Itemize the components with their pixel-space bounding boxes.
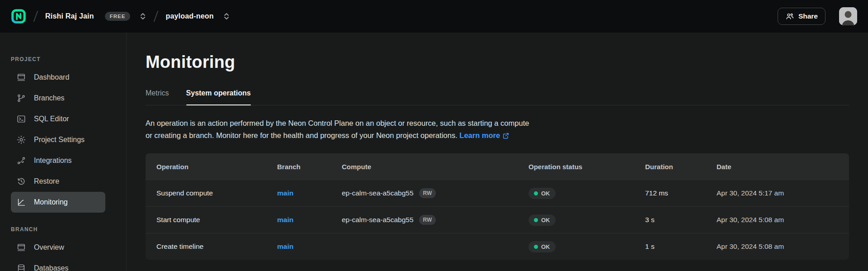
table-row: Create timeline main OK 1 s Apr 30, 2024… [146, 233, 849, 260]
sidebar-item-label: Dashboard [34, 73, 69, 81]
share-button-label: Share [798, 12, 818, 20]
external-link-icon [502, 132, 509, 139]
sidebar-item-sql-editor[interactable]: SQL Editor [11, 109, 105, 129]
monitoring-chart-icon [16, 197, 26, 207]
sidebar-item-databases[interactable]: Databases [11, 258, 105, 271]
sidebar-item-label: Overview [34, 243, 64, 252]
breadcrumb-divider [33, 10, 38, 22]
integrations-icon [16, 156, 26, 166]
status-badge: OK [528, 188, 556, 199]
project-switcher-chevron-icon[interactable] [223, 12, 230, 20]
tab-bar: Metrics System operations [146, 89, 849, 105]
main-content: Monitoring Metrics System operations An … [127, 33, 868, 271]
operations-description: An operation is an action performed by t… [146, 117, 849, 142]
user-avatar[interactable] [839, 7, 857, 25]
column-header-date: Date [717, 163, 849, 171]
branch-link[interactable]: main [277, 242, 293, 250]
sidebar-item-branches[interactable]: Branches [11, 88, 105, 109]
sidebar-gap [0, 213, 126, 226]
share-button[interactable]: Share [778, 8, 826, 25]
sidebar-item-label: Integrations [34, 157, 72, 165]
sidebar: PROJECT Dashboard Branches SQL Editor [0, 33, 127, 271]
topbar: Rishi Raj Jain FREE payload-neon Share [0, 0, 868, 33]
sidebar-item-label: Restore [34, 177, 59, 185]
sql-editor-icon [16, 114, 26, 124]
duration-cell: 1 s [645, 242, 717, 251]
date-cell: Apr 30, 2024 5:08 am [717, 216, 849, 224]
databases-icon [16, 263, 26, 271]
table-header-row: Operation Branch Compute Operation statu… [146, 153, 849, 180]
dashboard-icon [16, 72, 26, 82]
restore-history-icon [16, 176, 26, 186]
operation-cell: Create timeline [156, 242, 277, 251]
date-cell: Apr 30, 2024 5:17 am [717, 189, 849, 197]
description-line-1: An operation is an action performed by t… [146, 117, 849, 129]
duration-cell: 712 ms [645, 189, 717, 197]
org-switcher-chevron-icon[interactable] [139, 12, 146, 20]
sidebar-item-overview[interactable]: Overview [11, 237, 105, 258]
compute-endpoint: ep-calm-sea-a5cabg55 [342, 216, 414, 224]
duration-cell: 3 s [645, 216, 717, 224]
learn-more-link[interactable]: Learn more [459, 129, 509, 142]
sidebar-item-label: Branches [34, 94, 65, 102]
sidebar-item-monitoring[interactable]: Monitoring [11, 192, 105, 213]
column-header-operation-status: Operation status [528, 163, 645, 171]
status-badge: OK [528, 241, 556, 252]
description-line-2: or creating a branch. Monitor here for t… [146, 129, 849, 142]
operations-table: Operation Branch Compute Operation statu… [146, 153, 849, 260]
status-badge: OK [528, 214, 556, 226]
date-cell: Apr 30, 2024 5:08 am [717, 242, 849, 251]
operation-cell: Start compute [156, 216, 277, 224]
sidebar-item-label: Monitoring [34, 198, 68, 206]
status-ok-dot-icon [534, 191, 538, 195]
branches-icon [16, 93, 26, 103]
compute-endpoint: ep-calm-sea-a5cabg55 [342, 189, 414, 197]
compute-cell: ep-calm-sea-a5cabg55 RW [342, 188, 528, 198]
sidebar-item-label: SQL Editor [34, 115, 69, 123]
sidebar-item-restore[interactable]: Restore [11, 171, 105, 192]
status-ok-dot-icon [534, 245, 538, 249]
sidebar-item-label: Project Settings [34, 136, 85, 144]
plan-badge: FREE [105, 12, 131, 21]
overview-icon [16, 242, 26, 252]
operation-cell: Suspend compute [156, 189, 277, 197]
branch-link[interactable]: main [277, 189, 293, 197]
breadcrumb-divider [154, 10, 159, 22]
rw-badge: RW [419, 188, 436, 198]
sidebar-section-branch: BRANCH [11, 226, 126, 233]
rw-badge: RW [419, 215, 436, 225]
sidebar-item-dashboard[interactable]: Dashboard [11, 67, 105, 88]
status-ok-dot-icon [534, 218, 538, 222]
breadcrumb-project[interactable]: payload-neon [165, 12, 213, 20]
share-users-icon [785, 12, 794, 21]
sidebar-item-integrations[interactable]: Integrations [11, 150, 105, 171]
neon-logo-icon[interactable] [11, 9, 26, 24]
sidebar-item-project-settings[interactable]: Project Settings [11, 129, 105, 150]
compute-cell: ep-calm-sea-a5cabg55 RW [342, 215, 528, 225]
column-header-duration: Duration [645, 163, 717, 171]
sidebar-item-label: Databases [34, 264, 69, 271]
tab-metrics[interactable]: Metrics [146, 89, 169, 105]
sidebar-section-project: PROJECT [11, 56, 126, 62]
branch-link[interactable]: main [277, 216, 293, 223]
breadcrumb-org[interactable]: Rishi Raj Jain [45, 12, 94, 20]
page-title: Monitoring [146, 52, 849, 72]
column-header-compute: Compute [342, 163, 528, 171]
tab-system-operations[interactable]: System operations [186, 89, 251, 105]
gear-icon [16, 135, 26, 145]
column-header-branch: Branch [277, 163, 342, 171]
table-row: Start compute main ep-calm-sea-a5cabg55 … [146, 206, 849, 233]
column-header-operation: Operation [156, 163, 277, 171]
table-row: Suspend compute main ep-calm-sea-a5cabg5… [146, 180, 849, 206]
